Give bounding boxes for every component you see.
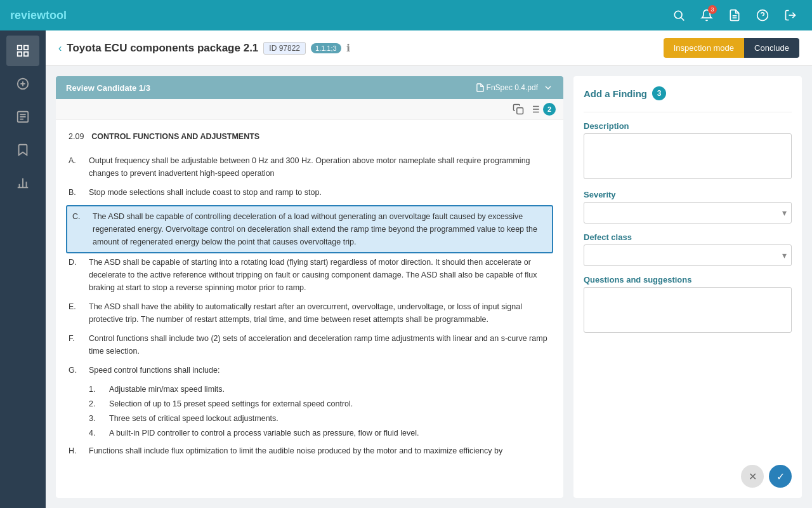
sub-item-3: 3. Three sets of critical speed lockout … <box>89 412 551 425</box>
confirm-button[interactable]: ✓ <box>769 465 792 488</box>
document-id-badge: ID 97822 <box>263 42 306 55</box>
file-name: FnSpec 0.4.pdf <box>487 83 538 92</box>
main-area: ‹ Toyota ECU components package 2.1 ID 9… <box>46 30 812 508</box>
svg-rect-8 <box>24 46 28 50</box>
conclude-button[interactable]: Conclude <box>744 38 799 58</box>
description-label: Description <box>584 121 792 131</box>
severity-select-wrapper: Critical Major Minor Trivial ▾ <box>584 202 792 224</box>
svg-rect-9 <box>24 52 28 56</box>
file-name-label: FnSpec 0.4.pdf <box>476 83 538 92</box>
paragraph-f: F. Control functions shall include two (… <box>69 332 551 358</box>
header-bar: ‹ Toyota ECU components package 2.1 ID 9… <box>46 30 812 66</box>
description-field: Description <box>584 121 792 181</box>
questions-textarea[interactable] <box>584 287 792 333</box>
document-panel: Review Candidate 1/3 FnSpec 0.4.pdf <box>56 76 563 498</box>
info-icon[interactable]: ℹ <box>346 42 350 54</box>
paragraph-e: E. The ASD shall have the ability to aut… <box>69 300 551 326</box>
review-candidate-title: Review Candidate 1/3 <box>66 83 150 93</box>
section-title: CONTROL FUNCTIONS AND ADJUSTMENTS <box>91 130 551 143</box>
doc-header-controls: FnSpec 0.4.pdf <box>476 83 553 93</box>
search-icon-btn[interactable] <box>667 4 690 27</box>
finding-panel: Add a Finding 3 Description Severity Cri… <box>573 76 802 498</box>
sub-item-2: 2. Selection of up to 15 preset speed se… <box>89 398 551 410</box>
paragraph-d: D. The ASD shall be capable of starting … <box>69 256 551 294</box>
questions-field: Questions and suggestions <box>584 275 792 335</box>
doc-toolbar: 2 <box>56 99 563 120</box>
svg-rect-10 <box>18 52 22 56</box>
paragraph-c-highlighted: C. The ASD shall be capable of controlli… <box>66 205 553 253</box>
sub-item-4: 4. A built-in PID controller to control … <box>89 427 551 439</box>
header-left: ‹ Toyota ECU components package 2.1 ID 9… <box>58 42 350 55</box>
list-icon[interactable] <box>529 104 540 115</box>
header-right: Inspection mode Conclude <box>664 38 799 58</box>
sidebar-item-dashboard[interactable] <box>6 36 39 66</box>
sub-item-1: 1. Adjustable min/max speed limits. <box>89 383 551 396</box>
sidebar-item-bookmark[interactable] <box>6 135 39 165</box>
svg-point-0 <box>674 11 682 18</box>
paragraph-g: G. Speed control functions shall include… <box>69 364 551 377</box>
severity-field: Severity Critical Major Minor Trivial ▾ <box>584 190 792 224</box>
action-buttons: ✕ ✓ <box>584 460 792 488</box>
defect-class-field: Defect class Ambiguous Incomplete Incorr… <box>584 232 792 266</box>
finding-panel-header: Add a Finding 3 <box>584 86 792 100</box>
paragraph-a: A. Output frequency shall be adjustable … <box>69 154 551 180</box>
dropdown-icon[interactable] <box>543 83 553 93</box>
finding-count-badge: 3 <box>652 86 666 100</box>
cancel-button[interactable]: ✕ <box>741 465 764 488</box>
svg-line-1 <box>681 18 684 21</box>
sidebar-item-chart[interactable] <box>6 168 39 198</box>
top-navigation: reviewtool 3 <box>0 0 812 30</box>
severity-label: Severity <box>584 190 792 199</box>
divider-1 <box>584 112 792 112</box>
nav-icon-group: 3 <box>667 4 802 27</box>
description-textarea[interactable] <box>584 133 792 179</box>
findings-count-badge: 2 <box>543 103 556 116</box>
help-icon-btn[interactable] <box>751 4 774 27</box>
document-content[interactable]: 2.09 CONTROL FUNCTIONS AND ADJUSTMENTS A… <box>56 120 563 498</box>
inspection-mode-button[interactable]: Inspection mode <box>664 38 744 58</box>
notification-badge: 3 <box>708 5 717 14</box>
section-header: 2.09 CONTROL FUNCTIONS AND ADJUSTMENTS <box>69 130 551 148</box>
back-button[interactable]: ‹ <box>58 43 62 54</box>
sidebar-item-add[interactable] <box>6 69 39 99</box>
logout-icon-btn[interactable] <box>779 4 802 27</box>
svg-rect-22 <box>517 108 523 114</box>
version-badge: 1.1.1;3 <box>311 43 341 53</box>
questions-label: Questions and suggestions <box>584 275 792 284</box>
copy-icon[interactable] <box>513 104 524 115</box>
page-title: Toyota ECU components package 2.1 <box>67 42 258 55</box>
document-panel-header: Review Candidate 1/3 FnSpec 0.4.pdf <box>56 76 563 99</box>
content-split: Review Candidate 1/3 FnSpec 0.4.pdf <box>46 66 812 508</box>
sidebar-item-document[interactable] <box>6 102 39 132</box>
notifications-icon-btn[interactable]: 3 <box>695 4 718 27</box>
paragraph-h: H. Functions shall include flux optimiza… <box>69 444 551 457</box>
defect-class-select[interactable]: Ambiguous Incomplete Incorrect Inconsist… <box>584 244 792 266</box>
finding-panel-title: Add a Finding <box>584 88 647 99</box>
severity-select[interactable]: Critical Major Minor Trivial <box>584 202 792 224</box>
document-text: 2.09 CONTROL FUNCTIONS AND ADJUSTMENTS A… <box>56 120 563 474</box>
defect-class-select-wrapper: Ambiguous Incomplete Incorrect Inconsist… <box>584 244 792 266</box>
svg-rect-7 <box>18 46 22 50</box>
defect-class-label: Defect class <box>584 232 792 242</box>
paragraph-b: B. Stop mode selections shall include co… <box>69 186 551 199</box>
app-logo: reviewtool <box>10 9 67 22</box>
findings-toolbar-item: 2 <box>529 103 556 116</box>
section-number: 2.09 <box>69 130 84 148</box>
sub-list: 1. Adjustable min/max speed limits. 2. S… <box>89 383 551 439</box>
left-sidebar <box>0 30 46 508</box>
documents-icon-btn[interactable] <box>723 4 746 27</box>
